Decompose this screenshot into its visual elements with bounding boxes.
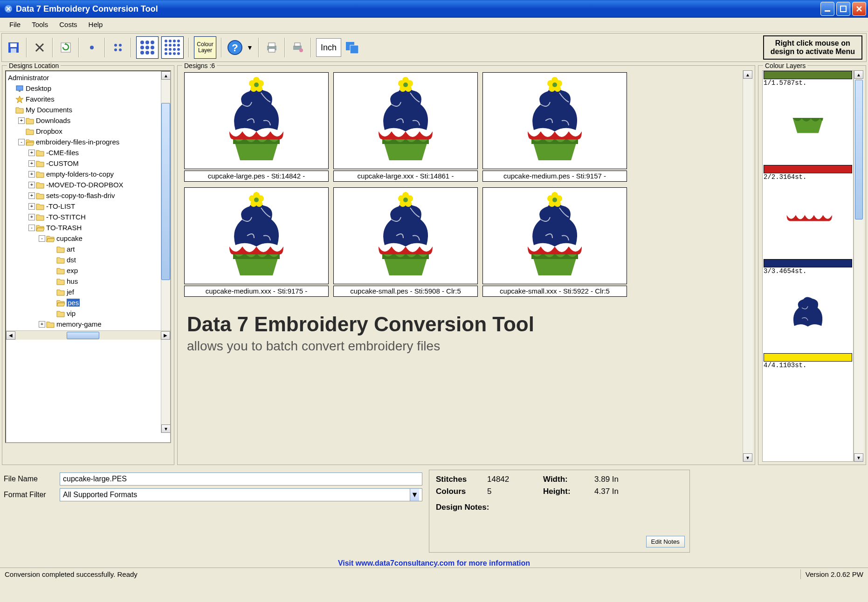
scroll-up-icon[interactable]: ▲: [854, 70, 863, 79]
design-thumb[interactable]: [333, 187, 478, 284]
refresh-icon[interactable]: [58, 40, 74, 55]
scroll-left-icon[interactable]: ◀: [6, 331, 15, 340]
format-filter-select[interactable]: All Supported Formats ▼: [60, 488, 422, 501]
save-icon[interactable]: [6, 40, 21, 55]
tree-item[interactable]: + -TO-STITCH: [8, 212, 170, 222]
print-setup-icon[interactable]: [290, 40, 306, 55]
tree-item[interactable]: vip: [8, 308, 170, 319]
maximize-button[interactable]: [836, 2, 850, 16]
units-inch-button[interactable]: Inch: [316, 38, 341, 57]
print-icon[interactable]: [264, 40, 280, 55]
tree-item[interactable]: Desktop: [8, 83, 170, 94]
tree-item[interactable]: jef: [8, 287, 170, 297]
expander-icon[interactable]: +: [28, 203, 35, 210]
menu-costs[interactable]: Costs: [54, 19, 83, 30]
overlap-icon[interactable]: [344, 40, 360, 55]
colour-layer[interactable]: 3/3.4654st.: [763, 259, 853, 353]
scroll-down-icon[interactable]: ▼: [161, 424, 171, 433]
design-thumb[interactable]: [184, 187, 329, 284]
menu-tools[interactable]: Tools: [26, 19, 54, 30]
dot-icon[interactable]: [84, 40, 100, 55]
tree-item[interactable]: + -MOVED-TO-DROPBOX: [8, 179, 170, 190]
design-thumb[interactable]: [333, 72, 478, 169]
layers-vscroll[interactable]: ▲ ▼: [854, 70, 864, 462]
hscroll-thumb[interactable]: [67, 332, 99, 339]
expander-icon[interactable]: +: [28, 214, 35, 220]
expander-icon[interactable]: -: [39, 235, 45, 242]
tree-item[interactable]: - TO-TRASH: [8, 222, 170, 233]
tree-item[interactable]: + -TO-LIST: [8, 201, 170, 212]
menu-help[interactable]: Help: [83, 19, 109, 30]
tree-hscroll[interactable]: ◀ ▶: [6, 330, 170, 340]
expander-icon[interactable]: +: [28, 150, 35, 156]
tree-item[interactable]: + -CUSTOM: [8, 158, 170, 169]
scroll-down-icon[interactable]: ▼: [743, 453, 752, 462]
file-name-input[interactable]: [60, 472, 422, 486]
menu-file[interactable]: File: [4, 19, 26, 30]
tree-item[interactable]: Favorites: [8, 94, 170, 104]
designs-vscroll[interactable]: ▲ ▼: [743, 70, 753, 462]
expander-icon[interactable]: +: [28, 182, 35, 188]
design-card[interactable]: cupcake-large.xxx - Sti:14861 -: [333, 72, 478, 182]
tree-item[interactable]: + memory-game: [8, 319, 170, 329]
delete-icon[interactable]: [32, 40, 48, 55]
tree-item[interactable]: - embroidery-files-in-progres: [8, 137, 170, 147]
colour-layer-button[interactable]: Colour Layer: [194, 36, 216, 59]
tree-item[interactable]: + sets-copy-to-flash-driv: [8, 190, 170, 201]
scroll-thumb[interactable]: [161, 103, 170, 280]
expander-icon[interactable]: +: [18, 117, 25, 124]
colour-layer[interactable]: 2/2.3164st.: [763, 165, 853, 259]
tree-item[interactable]: Dropbox: [8, 126, 170, 137]
expander-icon[interactable]: -: [28, 225, 35, 231]
svg-point-23: [173, 40, 176, 42]
grid-16-icon[interactable]: [161, 36, 184, 59]
colour-layer[interactable]: 1/1.5787st.: [763, 71, 853, 165]
design-thumb[interactable]: [482, 72, 627, 169]
tree-item[interactable]: pes: [8, 297, 170, 308]
help-dropdown-icon[interactable]: ▼: [246, 40, 254, 55]
svg-rect-46: [350, 45, 358, 54]
design-thumb[interactable]: [482, 187, 627, 284]
tree-vscroll[interactable]: ▲ ▼: [161, 71, 170, 433]
expander-icon[interactable]: -: [18, 139, 25, 145]
scroll-thumb[interactable]: [855, 80, 863, 219]
design-card[interactable]: cupcake-small.pes - Sti:5908 - Clr:5: [333, 187, 478, 297]
design-card[interactable]: cupcake-small.xxx - Sti:5922 - Clr:5: [482, 187, 627, 297]
tree-item[interactable]: exp: [8, 265, 170, 276]
expander-icon[interactable]: +: [28, 192, 35, 199]
design-card[interactable]: cupcake-large.pes - Sti:14842 -: [184, 72, 329, 182]
layer-label: 1/1.5787st.: [764, 79, 852, 87]
tree-item[interactable]: hus: [8, 276, 170, 287]
expander-icon[interactable]: +: [28, 171, 35, 178]
colour-layer[interactable]: 4/4.1103st.: [763, 353, 853, 373]
scroll-down-icon[interactable]: ▼: [854, 453, 863, 462]
tree-item[interactable]: - cupcake: [8, 233, 170, 244]
colours-label: Colours: [436, 487, 487, 496]
close-button[interactable]: [852, 2, 866, 16]
file-name-label: File Name: [4, 475, 60, 483]
grid-4-icon[interactable]: [110, 40, 126, 55]
expander-icon[interactable]: +: [28, 160, 35, 167]
design-thumb[interactable]: [184, 72, 329, 169]
edit-notes-button[interactable]: Edit Notes: [646, 536, 685, 547]
scroll-up-icon[interactable]: ▲: [161, 71, 171, 80]
tree-item[interactable]: + -CME-files: [8, 147, 170, 158]
tree-item[interactable]: art: [8, 244, 170, 254]
tree-root[interactable]: Administrator: [8, 72, 170, 83]
minimize-button[interactable]: [820, 2, 834, 16]
scroll-up-icon[interactable]: ▲: [743, 70, 752, 79]
visit-link[interactable]: Visit www.data7consultancy.com for more …: [338, 559, 530, 567]
folder-tree[interactable]: AdministratorDesktopFavorites My Documen…: [5, 70, 171, 443]
tree-item[interactable]: My Documents: [8, 104, 170, 115]
expander-icon[interactable]: +: [39, 321, 45, 328]
design-card[interactable]: cupcake-medium.pes - Sti:9157 -: [482, 72, 627, 182]
help-icon[interactable]: ?: [227, 40, 243, 55]
grid-9-icon[interactable]: [136, 36, 158, 59]
design-card[interactable]: cupcake-medium.xxx - Sti:9175 -: [184, 187, 329, 297]
scroll-right-icon[interactable]: ▶: [161, 331, 170, 340]
tree-item[interactable]: + Downloads: [8, 115, 170, 126]
tree-item[interactable]: dst: [8, 254, 170, 265]
chevron-down-icon[interactable]: ▼: [410, 489, 419, 501]
tree-item[interactable]: + empty-folders-to-copy: [8, 169, 170, 179]
height-value: 4.37 In: [594, 487, 650, 496]
